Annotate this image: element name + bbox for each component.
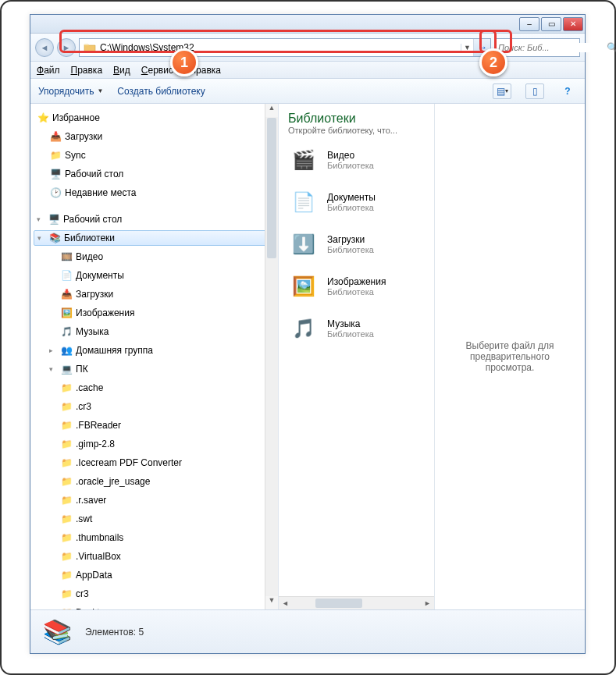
forward-button[interactable]: ► (57, 38, 76, 57)
navigation-tree[interactable]: ⭐Избранное 📥Загрузки 📁Sync 🖥️Рабочий сто… (30, 104, 279, 609)
scroll-thumb[interactable] (315, 599, 362, 608)
search-box[interactable]: 🔍 (494, 38, 580, 57)
image-icon: 🖼️ (60, 307, 73, 319)
status-bar: 📚 Элементов: 5 (30, 609, 585, 653)
library-type: Библиотека (327, 245, 374, 254)
library-name: Загрузки (327, 234, 374, 245)
menu-view[interactable]: Вид (113, 65, 130, 76)
tree-item[interactable]: .thumbnails (76, 532, 123, 543)
explorer-window: – ▭ ✕ ◄ ► ▼ → 🔍 Файл Правка Вид Сервис С… (30, 14, 586, 654)
tree-homegroup[interactable]: Домашняя группа (76, 345, 153, 356)
tree-favorites[interactable]: Избранное (52, 112, 100, 123)
folder-icon: 📁 (60, 494, 73, 506)
folder-icon (83, 41, 97, 55)
tree-item[interactable]: .cache (76, 382, 103, 393)
dl-icon: ⬇️ (288, 229, 319, 260)
scroll-left-icon[interactable]: ◄ (279, 599, 292, 607)
help-button[interactable]: ? (558, 83, 577, 99)
tree-item[interactable]: Рабочий стол (65, 169, 123, 179)
address-input[interactable] (100, 42, 461, 53)
preview-pane-button[interactable]: ▯ (525, 83, 544, 99)
address-bar[interactable]: ▼ → (79, 38, 491, 57)
tree-item[interactable]: Документы (76, 270, 124, 281)
expand-icon[interactable]: ▾ (49, 365, 57, 373)
tree-item[interactable]: .cr3 (76, 401, 91, 412)
body: ⭐Избранное 📥Загрузки 📁Sync 🖥️Рабочий сто… (30, 104, 585, 609)
folder-icon: 📁 (60, 438, 73, 450)
tree-libraries[interactable]: Библиотеки (64, 233, 115, 243)
downloads-icon: 📥 (60, 288, 73, 300)
list-pane[interactable]: Библиотеки Откройте библиотеку, что... 🎬… (279, 104, 435, 609)
tree-item[interactable]: .swt (76, 513, 92, 524)
libraries-icon: 📚 (40, 615, 74, 649)
recent-icon: 🕑 (49, 187, 62, 199)
list-h-scrollbar[interactable]: ◄ ► (279, 596, 434, 609)
tree-item[interactable]: Sync (65, 150, 86, 161)
menu-file[interactable]: Файл (37, 65, 60, 76)
expand-icon[interactable]: ▾ (37, 215, 45, 223)
tree-desktop[interactable]: Рабочий стол (63, 214, 122, 225)
tree-item[interactable]: .gimp-2.8 (76, 439, 115, 449)
search-icon[interactable]: 🔍 (607, 42, 616, 53)
computer-icon: 💻 (60, 363, 73, 375)
close-button[interactable]: ✕ (563, 17, 583, 31)
tree-item[interactable]: .VirtualBox (76, 551, 121, 562)
scroll-right-icon[interactable]: ► (421, 599, 434, 607)
tree-item[interactable]: Загрузки (76, 289, 113, 300)
address-dropdown-icon[interactable]: ▼ (461, 44, 473, 52)
library-type: Библиотека (327, 161, 374, 170)
library-type: Библиотека (327, 203, 376, 212)
content-area: Библиотеки Откройте библиотеку, что... 🎬… (279, 104, 585, 609)
create-library-button[interactable]: Создать библиотеку (117, 86, 205, 97)
back-button[interactable]: ◄ (35, 38, 54, 57)
tree-item[interactable]: .Icecream PDF Converter (76, 457, 182, 468)
scroll-thumb[interactable] (267, 118, 276, 258)
library-item[interactable]: 🎬ВидеоБиблиотека (288, 144, 425, 176)
tree-item[interactable]: .oracle_jre_usage (76, 476, 150, 487)
library-name: Изображения (327, 276, 386, 287)
item-count: Элементов: 5 (85, 627, 144, 638)
minimize-button[interactable]: – (519, 17, 539, 31)
library-name: Документы (327, 192, 376, 203)
tree-item[interactable]: cr3 (76, 588, 89, 599)
tree-pc[interactable]: ПК (76, 364, 88, 375)
folder-icon: 📁 (60, 419, 73, 432)
tree-item[interactable]: Загрузки (65, 131, 102, 142)
tree-item[interactable]: AppData (76, 570, 112, 581)
folder-icon: 📁 (49, 149, 62, 162)
menu-edit[interactable]: Правка (71, 65, 103, 76)
chevron-down-icon: ▼ (97, 87, 103, 94)
folder-icon: 📁 (60, 531, 73, 544)
library-item[interactable]: 📄ДокументыБиблиотека (288, 187, 425, 218)
expand-icon[interactable]: ▸ (49, 346, 57, 354)
maximize-button[interactable]: ▭ (541, 17, 561, 31)
tree-item[interactable]: Изображения (76, 307, 134, 318)
library-item[interactable]: ⬇️ЗагрузкиБиблиотека (288, 229, 425, 260)
search-input[interactable] (498, 43, 607, 52)
folder-icon: 📁 (60, 550, 73, 563)
tree-item[interactable]: Видео (76, 251, 103, 262)
library-item[interactable]: 🎵МузыкаБиблиотека (288, 313, 425, 344)
expand-icon[interactable]: ▾ (37, 234, 45, 242)
menu-tools[interactable]: Сервис (141, 65, 173, 76)
folder-icon: 📁 (60, 382, 73, 394)
folder-icon: 📁 (60, 475, 73, 488)
img-icon: 🖼️ (288, 271, 319, 302)
downloads-icon: 📥 (49, 130, 62, 143)
organize-button[interactable]: Упорядочить ▼ (38, 86, 103, 97)
preview-hint: Выберите файл для предварительного просм… (450, 340, 569, 373)
music-icon: 🎵 (60, 325, 73, 338)
folder-icon: 📁 (60, 513, 73, 525)
tree-item[interactable]: Музыка (76, 326, 109, 337)
page-title: Библиотеки (288, 112, 425, 126)
tree-scrollbar[interactable]: ▲ ▼ (265, 104, 278, 609)
scroll-down-icon[interactable]: ▼ (265, 596, 278, 609)
doc-icon: 📄 (288, 187, 319, 218)
view-options-button[interactable]: ▤▾ (493, 83, 511, 99)
tree-item[interactable]: Недавние места (65, 187, 136, 198)
video-icon: 🎬 (288, 144, 319, 176)
tree-item[interactable]: .r.saver (76, 495, 106, 506)
library-item[interactable]: 🖼️ИзображенияБиблиотека (288, 271, 425, 302)
scroll-up-icon[interactable]: ▲ (265, 104, 278, 117)
tree-item[interactable]: .FBReader (76, 420, 121, 431)
